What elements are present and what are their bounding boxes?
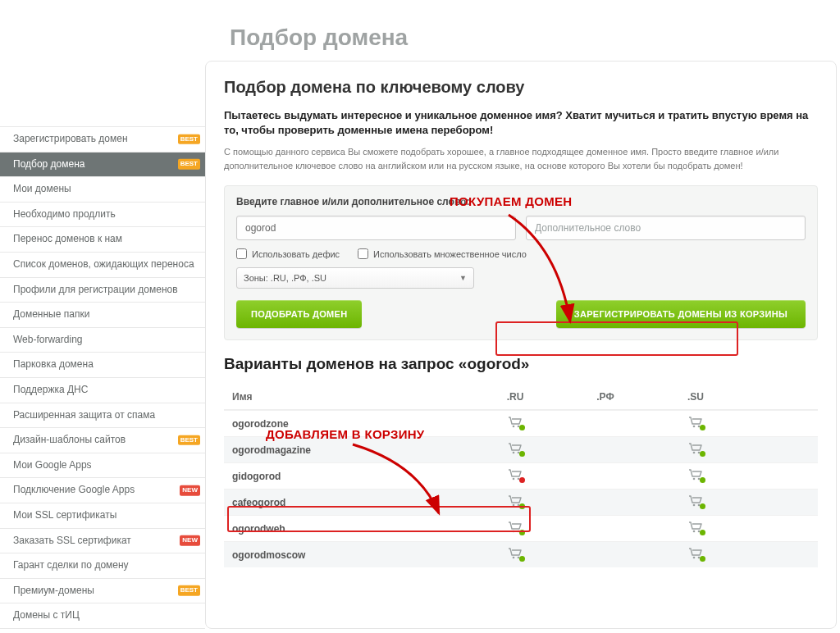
add-to-cart-icon[interactable] bbox=[508, 521, 523, 533]
zones-select[interactable]: Зоны: .RU, .РФ, .SU ▼ bbox=[236, 267, 474, 289]
sidebar-item[interactable]: Подбор доменаBEST bbox=[0, 152, 205, 177]
zone-cell-ru bbox=[470, 443, 560, 457]
svg-point-22 bbox=[693, 557, 696, 559]
additional-word-input[interactable] bbox=[526, 216, 806, 240]
sidebar-item[interactable]: Подключение Google AppsNEW bbox=[0, 477, 205, 503]
svg-point-6 bbox=[693, 452, 696, 454]
domain-name-cell: gidogorod bbox=[232, 471, 470, 482]
svg-point-9 bbox=[518, 478, 520, 480]
svg-point-16 bbox=[513, 531, 515, 533]
page-title: Подбор домена bbox=[0, 0, 840, 61]
zone-cell-ru bbox=[470, 417, 560, 430]
sidebar-item-label: Список доменов, ожидающих переноса bbox=[13, 258, 194, 270]
sidebar-item[interactable]: Профили для регистрации доменов bbox=[0, 277, 205, 303]
hyphen-checkbox[interactable]: Использовать дефис bbox=[236, 248, 340, 259]
col-rf: .РФ bbox=[560, 391, 651, 403]
sidebar-item-label: Зарегистрировать домен bbox=[13, 133, 128, 144]
zone-cell-ru bbox=[470, 521, 560, 535]
col-su: .SU bbox=[651, 391, 741, 403]
svg-point-15 bbox=[698, 504, 701, 507]
intro-strong: Пытаетесь выдумать интересное и уникальн… bbox=[224, 108, 818, 137]
sidebar-item-label: Подключение Google Apps bbox=[13, 484, 135, 495]
sidebar-item[interactable]: Гарант сделки по домену bbox=[0, 553, 205, 578]
sidebar-item-label: Поддержка ДНС bbox=[13, 384, 88, 395]
sidebar-item[interactable]: Необходимо продлить bbox=[0, 202, 205, 227]
table-row: cafeogorod bbox=[224, 489, 818, 515]
svg-point-17 bbox=[518, 531, 520, 533]
plural-checkbox-input[interactable] bbox=[358, 248, 368, 259]
hyphen-checkbox-label: Использовать дефис bbox=[252, 249, 340, 259]
add-to-cart-icon[interactable] bbox=[688, 417, 703, 428]
add-to-cart-icon[interactable] bbox=[508, 495, 523, 507]
sidebar-item-label: Заказать SSL сертификат bbox=[13, 535, 131, 546]
results-table: Имя .RU .РФ .SU ogorodzoneogorodmagazine… bbox=[224, 385, 818, 567]
sidebar-item[interactable]: Премиум-доменыBEST bbox=[0, 578, 205, 603]
sidebar-item[interactable]: Список доменов, ожидающих переноса bbox=[0, 252, 205, 277]
svg-point-4 bbox=[513, 452, 515, 454]
add-to-cart-icon[interactable] bbox=[688, 443, 703, 454]
sidebar-item[interactable]: Расширенная защита от спама bbox=[0, 403, 205, 428]
sidebar-item-label: Доменные папки bbox=[13, 308, 89, 320]
add-to-cart-icon[interactable] bbox=[688, 548, 703, 559]
svg-point-18 bbox=[693, 531, 696, 533]
register-from-cart-button[interactable]: ЗАРЕГИСТРИРОВАТЬ ДОМЕНЫ ИЗ КОРЗИНЫ bbox=[556, 300, 806, 328]
main-word-input[interactable] bbox=[236, 216, 516, 240]
hyphen-checkbox-input[interactable] bbox=[236, 248, 247, 259]
add-to-cart-icon[interactable] bbox=[688, 521, 703, 533]
add-to-cart-icon[interactable] bbox=[508, 548, 523, 559]
svg-point-14 bbox=[693, 504, 696, 507]
sidebar-item[interactable]: Web-forwarding bbox=[0, 327, 205, 353]
zones-select-label: Зоны: .RU, .РФ, .SU bbox=[244, 273, 326, 283]
domain-name-cell: cafeogorod bbox=[232, 497, 470, 508]
sidebar-item[interactable]: Мои Google Apps bbox=[0, 453, 205, 478]
sidebar-item[interactable]: Парковка домена bbox=[0, 352, 205, 377]
table-row: ogorodweb bbox=[224, 515, 818, 541]
svg-point-2 bbox=[693, 426, 696, 428]
domain-name-cell: ogorodmagazine bbox=[232, 444, 470, 456]
zone-cell-ru bbox=[470, 469, 560, 483]
sidebar-item-label: Дизайн-шаблоны сайтов bbox=[13, 434, 126, 445]
sidebar-item[interactable]: Перенос доменов к нам bbox=[0, 226, 205, 252]
sidebar-item[interactable]: Зарегистрировать доменBEST bbox=[0, 126, 205, 152]
svg-point-1 bbox=[518, 426, 520, 428]
remove-from-cart-icon[interactable] bbox=[508, 469, 523, 480]
results-table-header: Имя .RU .РФ .SU bbox=[224, 385, 818, 410]
sidebar-item[interactable]: Домены с тИЦ bbox=[0, 603, 205, 629]
sidebar-item-label: Мои SSL сертификаты bbox=[13, 509, 116, 521]
sidebar-item[interactable]: Мои SSL сертификаты bbox=[0, 503, 205, 528]
svg-point-5 bbox=[518, 452, 520, 454]
sidebar-badge: BEST bbox=[178, 159, 200, 169]
svg-point-21 bbox=[518, 557, 520, 559]
sidebar-badge: NEW bbox=[180, 535, 200, 545]
sidebar-item-label: Перенос доменов к нам bbox=[13, 233, 122, 244]
sidebar-item-label: Профили для регистрации доменов bbox=[13, 284, 178, 295]
sidebar-item[interactable]: Поддержка ДНС bbox=[0, 377, 205, 403]
search-label: Введите главное и/или дополнительное сло… bbox=[236, 196, 806, 207]
zone-cell-su bbox=[651, 548, 741, 562]
sidebar-item-label: Web-forwarding bbox=[13, 334, 82, 345]
svg-point-0 bbox=[513, 426, 515, 428]
zone-cell-ru bbox=[470, 495, 560, 509]
add-to-cart-icon[interactable] bbox=[508, 443, 523, 454]
svg-point-3 bbox=[698, 426, 701, 428]
sidebar-item[interactable]: Доменные папки bbox=[0, 302, 205, 327]
svg-point-23 bbox=[698, 557, 701, 559]
add-to-cart-icon[interactable] bbox=[688, 495, 703, 507]
pick-domain-button[interactable]: ПОДОБРАТЬ ДОМЕН bbox=[236, 300, 362, 328]
sidebar-item-label: Подбор домена bbox=[13, 158, 85, 170]
sidebar-badge: BEST bbox=[178, 435, 200, 445]
zone-cell-su bbox=[651, 521, 741, 535]
sidebar-item-label: Необходимо продлить bbox=[13, 208, 116, 220]
table-row: ogorodzone bbox=[224, 410, 818, 436]
svg-point-19 bbox=[698, 531, 701, 533]
col-name: Имя bbox=[232, 391, 470, 403]
sidebar-item[interactable]: Заказать SSL сертификатNEW bbox=[0, 528, 205, 553]
sidebar-item[interactable]: Мои домены bbox=[0, 176, 205, 202]
results-title: Варианты доменов на запрос «ogorod» bbox=[224, 355, 818, 373]
sidebar-item-label: Парковка домена bbox=[13, 358, 94, 370]
plural-checkbox[interactable]: Использовать множественное число bbox=[358, 248, 527, 259]
add-to-cart-icon[interactable] bbox=[508, 417, 523, 428]
zone-cell-su bbox=[651, 469, 741, 483]
sidebar-item[interactable]: Дизайн-шаблоны сайтовBEST bbox=[0, 427, 205, 453]
add-to-cart-icon[interactable] bbox=[688, 469, 703, 480]
